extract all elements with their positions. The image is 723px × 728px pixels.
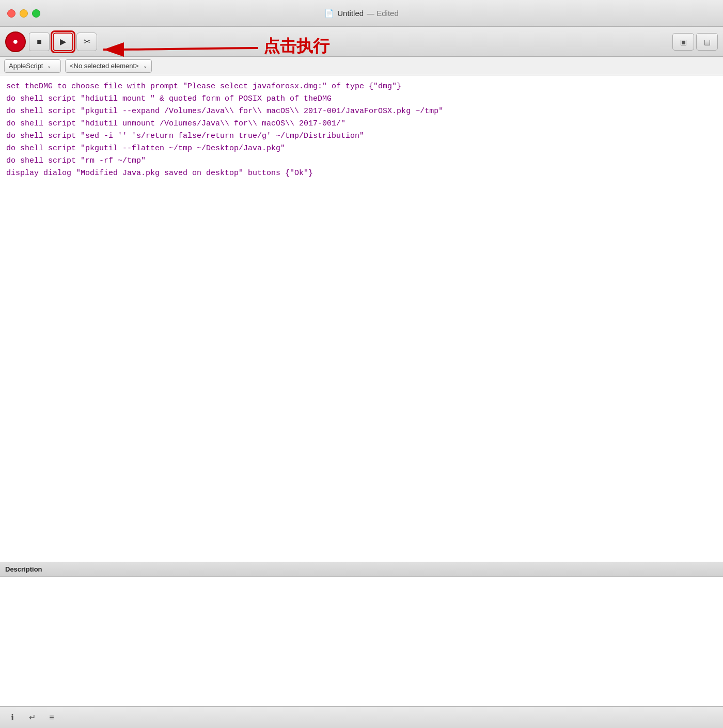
title-text: Untitled: [337, 9, 364, 18]
language-selector[interactable]: AppleScript ⌄: [4, 59, 61, 73]
compile-button[interactable]: ✂: [76, 33, 97, 51]
info-icon: ℹ: [11, 713, 14, 722]
view1-icon: ▣: [680, 38, 687, 46]
code-editor[interactable]: set theDMG to choose file with prompt "P…: [0, 75, 723, 562]
description-content: [0, 577, 723, 706]
chevron-down-icon: ⌄: [47, 63, 51, 69]
reply-icon: ↵: [29, 713, 36, 722]
doc-icon: 📄: [324, 9, 334, 18]
language-label: AppleScript: [9, 62, 43, 70]
close-button[interactable]: [7, 9, 15, 18]
element-label: <No selected element>: [70, 62, 139, 70]
toolbar: ● ■ ▶ ✂ ▣ ▤: [0, 27, 723, 57]
description-title: Description: [5, 565, 42, 573]
run-button[interactable]: ▶: [53, 33, 73, 51]
run-button-wrapper: ▶: [53, 33, 73, 51]
window-controls: [7, 9, 40, 18]
element-selector[interactable]: <No selected element> ⌄: [65, 59, 152, 73]
titlebar: 📄 Untitled — Edited: [0, 0, 723, 27]
stop-button[interactable]: ■: [29, 33, 50, 51]
list-button[interactable]: ≡: [45, 711, 58, 724]
selector-bar: AppleScript ⌄ <No selected element> ⌄: [0, 57, 723, 75]
bottom-bar: ℹ ↵ ≡: [0, 706, 723, 728]
list-icon: ≡: [49, 713, 54, 722]
info-button[interactable]: ℹ: [6, 711, 19, 724]
reply-button[interactable]: ↵: [26, 711, 38, 724]
view-button-1[interactable]: ▣: [672, 33, 694, 51]
view2-icon: ▤: [704, 38, 711, 46]
view-button-2[interactable]: ▤: [696, 33, 718, 51]
view-buttons: ▣ ▤: [672, 33, 718, 51]
minimize-button[interactable]: [20, 9, 28, 18]
chevron-down-icon-2: ⌄: [143, 63, 147, 69]
maximize-button[interactable]: [32, 9, 40, 18]
record-button[interactable]: ●: [5, 31, 26, 52]
title-subtitle: — Edited: [367, 9, 399, 18]
description-panel: Description: [0, 562, 723, 706]
description-header: Description: [0, 562, 723, 577]
window-title: 📄 Untitled — Edited: [324, 9, 399, 18]
